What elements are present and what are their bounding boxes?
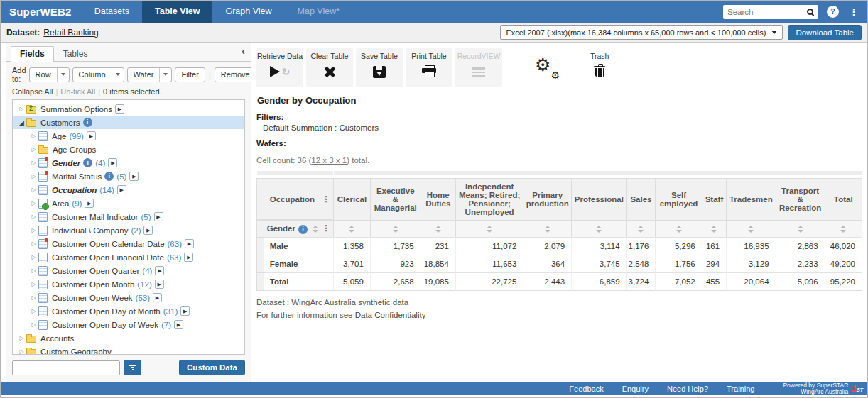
sort-toggle-icon[interactable]	[798, 226, 803, 233]
jump-to-values-icon[interactable]: ▶	[154, 212, 163, 221]
expand-arrow-icon[interactable]: ▷	[29, 173, 38, 179]
trash-button[interactable]: Trash	[590, 48, 609, 79]
tree-item-customer-open-quarter[interactable]: ▷Customer Open Quarter(4)▶	[13, 264, 244, 277]
print-table-button[interactable]: Print Table	[406, 48, 452, 87]
collapse-all-link[interactable]: Collapse All	[12, 87, 53, 96]
tree-item-customer-open-month[interactable]: ▷Customer Open Month(12)▶	[13, 277, 244, 291]
jump-to-values-icon[interactable]: ▶	[143, 226, 153, 235]
column-header-total[interactable]: Total	[825, 178, 862, 220]
tree-item-accounts[interactable]: ▷Accounts	[13, 331, 244, 345]
column-header-executive-managerial[interactable]: Executive & Managerial	[370, 178, 421, 220]
expand-arrow-icon[interactable]: ▷	[29, 187, 38, 193]
expand-arrow-icon[interactable]: ▷	[29, 146, 38, 153]
column-header-self-employed[interactable]: Self employed	[655, 178, 701, 220]
tree-item-customer-open-day-of-week[interactable]: ▷Customer Open Day of Week(7)▶	[13, 318, 244, 331]
tree-item-custom-geography[interactable]: ▷Custom Geography	[13, 345, 244, 355]
sidebar-tab-tables[interactable]: Tables	[54, 46, 97, 61]
footer-link-enquiry[interactable]: Enquiry	[622, 385, 649, 393]
chevron-down-icon[interactable]	[159, 68, 171, 82]
sort-toggle-icon[interactable]	[711, 226, 717, 233]
kebab-menu-icon[interactable]: ⋮	[847, 6, 860, 18]
sort-toggle-icon[interactable]	[638, 226, 644, 233]
cell-count-link[interactable]: 12 x 3 x 1	[311, 156, 347, 165]
collapse-arrow-icon[interactable]: ◢	[17, 119, 26, 126]
clear-table-button[interactable]: Clear Table	[306, 48, 353, 87]
expand-arrow-icon[interactable]: ▷	[29, 267, 38, 274]
nav-tab-graph-view[interactable]: Graph View	[212, 1, 284, 23]
footer-link-training[interactable]: Training	[727, 385, 754, 393]
add-to-column-button[interactable]: Column	[72, 67, 124, 82]
column-header-primary-production[interactable]: Primary production	[523, 178, 571, 220]
custom-data-button[interactable]: Custom Data	[179, 360, 245, 375]
sidebar-tab-fields[interactable]: Fields	[11, 46, 54, 62]
expand-arrow-icon[interactable]: ▷	[29, 321, 38, 328]
jump-to-values-icon[interactable]: ▶	[129, 172, 139, 181]
nav-tab-table-view[interactable]: Table View	[142, 1, 212, 23]
help-icon[interactable]: ?	[827, 6, 839, 18]
footer-link-need-help[interactable]: Need Help?	[667, 385, 708, 393]
jump-to-values-icon[interactable]: ▶	[115, 104, 124, 114]
save-table-button[interactable]: Save Table	[356, 48, 403, 87]
tree-item-age[interactable]: ▷Age(99)▶	[13, 129, 244, 143]
search-input[interactable]	[723, 8, 807, 16]
dataset-name-link[interactable]: Retail Banking	[43, 28, 98, 38]
sort-cell-clerical[interactable]	[333, 220, 370, 237]
column-header-professional[interactable]: Professional	[571, 178, 626, 220]
sidebar-collapse-icon[interactable]: ‹	[242, 46, 245, 56]
search-icon[interactable]	[807, 9, 813, 15]
sort-toggle-icon[interactable]	[487, 226, 492, 233]
jump-to-values-icon[interactable]: ▶	[87, 131, 96, 140]
add-to-wafer-button[interactable]: Wafer	[127, 67, 173, 82]
column-header-tradesmen[interactable]: Tradesmen	[726, 178, 775, 220]
jump-to-values-icon[interactable]: ▶	[180, 306, 190, 316]
tree-item-customer-open-financial-date[interactable]: ▷Customer Open Financial Date(63)▶	[13, 250, 244, 264]
sort-cell-primary-production[interactable]	[523, 220, 571, 237]
column-dimension-header[interactable]: Occupation⋮	[256, 178, 333, 220]
chevron-down-icon[interactable]	[57, 68, 69, 82]
column-header-transport-recreation[interactable]: Transport & Recreation	[776, 178, 825, 220]
column-header-sales[interactable]: Sales	[626, 178, 656, 220]
info-icon[interactable]: i	[83, 118, 92, 127]
sort-cell-total[interactable]	[825, 220, 862, 237]
add-to-row-button[interactable]: Row	[29, 67, 70, 82]
sort-cell-self-employed[interactable]	[655, 220, 701, 237]
info-icon[interactable]: i	[298, 225, 308, 234]
row-header-female[interactable]: Female	[264, 255, 333, 272]
row-options-kebab-icon[interactable]: ⋮	[322, 223, 330, 233]
sort-toggle-icon[interactable]	[313, 226, 318, 233]
info-icon[interactable]: i	[104, 172, 114, 181]
row-header-male[interactable]: Male	[264, 237, 333, 255]
column-header-staff[interactable]: Staff	[702, 178, 726, 220]
column-header-clerical[interactable]: Clerical	[333, 178, 370, 220]
jump-to-values-icon[interactable]: ▶	[184, 253, 193, 262]
tree-item-gender[interactable]: ▷Genderi(4)▶	[13, 156, 244, 170]
download-table-button[interactable]: Download Table	[788, 25, 862, 40]
field-filter-input[interactable]	[12, 360, 120, 375]
jump-to-values-icon[interactable]: ▶	[117, 185, 126, 194]
retrieve-data-button[interactable]: Retrieve Data↻	[256, 48, 303, 87]
column-header-home-duties[interactable]: Home Duties	[421, 178, 455, 220]
sort-toggle-icon[interactable]	[545, 226, 550, 233]
jump-to-values-icon[interactable]: ▶	[185, 239, 194, 248]
sort-toggle-icon[interactable]	[393, 226, 398, 233]
sort-cell-executive-managerial[interactable]	[370, 220, 421, 237]
sort-cell-independent-means-retired-pensioner-unemployed[interactable]	[455, 220, 523, 237]
expand-arrow-icon[interactable]: ▷	[17, 348, 26, 355]
tree-item-individual-company[interactable]: ▷Individual \ Company(2)▶	[13, 223, 244, 237]
jump-to-values-icon[interactable]: ▶	[174, 320, 183, 329]
info-icon[interactable]: i	[83, 158, 92, 167]
expand-arrow-icon[interactable]: ▷	[29, 133, 38, 139]
nav-tab-map-view[interactable]: Map View*	[285, 1, 353, 23]
jump-to-values-icon[interactable]: ▶	[108, 158, 117, 167]
add-to-filter-button[interactable]: Filter	[175, 67, 205, 82]
row-dimension-header[interactable]: Genderi⋮	[264, 220, 333, 237]
chevron-down-icon[interactable]	[112, 68, 124, 82]
sort-cell-professional[interactable]	[571, 220, 626, 237]
add-to-remove-button[interactable]: Remove	[215, 67, 256, 82]
table-options-gears-button[interactable]: ⚙ ⚙	[535, 55, 560, 79]
row-header-total[interactable]: Total	[264, 272, 333, 291]
expand-arrow-icon[interactable]: ▷	[29, 241, 38, 247]
expand-arrow-icon[interactable]: ▷	[29, 214, 38, 220]
tree-item-customers[interactable]: ◢Customersi	[13, 116, 244, 129]
expand-arrow-icon[interactable]: ▷	[29, 160, 38, 166]
